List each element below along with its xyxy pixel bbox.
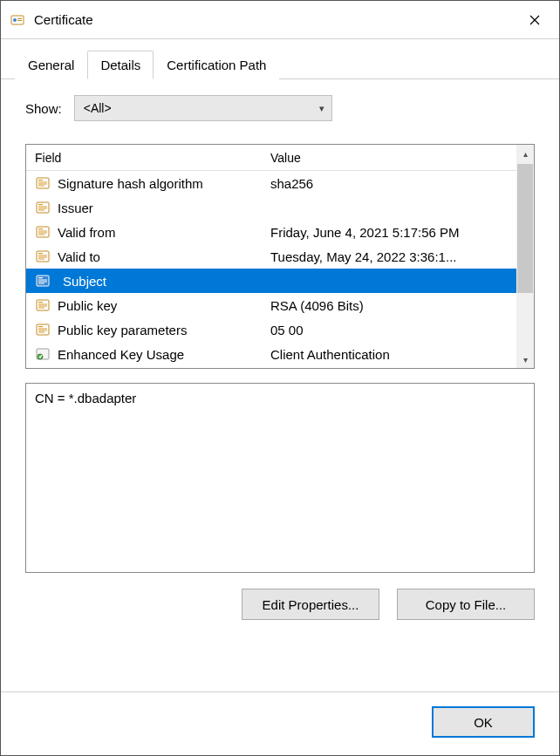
list-row[interactable]: Public keyRSA (4096 Bits) [26,293,534,317]
svg-rect-26 [38,280,47,281]
svg-rect-7 [38,184,47,185]
field-name: Public key [58,298,267,313]
header-field[interactable]: Field [26,151,267,165]
svg-rect-10 [38,204,43,205]
svg-rect-5 [38,180,43,180]
svg-rect-15 [38,228,43,229]
svg-rect-28 [38,283,44,284]
list-row[interactable]: Valid toTuesday, May 24, 2022 3:36:1... [26,244,534,269]
field-name: Enhanced Key Usage [58,347,267,362]
svg-rect-4 [37,178,49,188]
show-select[interactable]: <All> ▾ [74,95,332,121]
field-icon [33,344,52,364]
svg-rect-23 [38,259,44,260]
svg-rect-25 [38,277,43,278]
field-value: Tuesday, May 24, 2022 3:36:1... [267,249,534,264]
svg-rect-20 [38,253,43,254]
svg-rect-12 [38,208,47,209]
svg-rect-30 [38,302,43,303]
svg-rect-38 [38,332,44,333]
show-row: Show: <All> ▾ [25,95,535,121]
svg-rect-32 [38,306,47,307]
window-title: Certificate [34,12,510,27]
svg-rect-19 [37,251,49,262]
svg-rect-22 [38,257,47,258]
tab-certification-path[interactable]: Certification Path [154,51,279,79]
list-row[interactable]: Subject [26,269,534,293]
certificate-dialog: Certificate General Details Certificatio… [0,0,560,756]
tab-general[interactable]: General [15,51,87,79]
svg-rect-18 [38,235,44,235]
field-icon [33,222,52,242]
close-button[interactable] [510,1,559,39]
svg-rect-14 [37,227,49,237]
svg-rect-8 [38,186,44,187]
tabs: General Details Certification Path [1,39,559,79]
field-value: Client Authentication [267,347,534,362]
show-value: <All> [84,101,112,115]
scroll-thumb[interactable] [517,164,533,293]
button-row: Edit Properties... Copy to File... [25,589,535,620]
scrollbar[interactable]: ▴ ▾ [516,145,534,368]
field-value: RSA (4096 Bits) [267,298,534,313]
svg-rect-36 [38,329,47,330]
edit-properties-button[interactable]: Edit Properties... [242,589,379,620]
list-rows: Signature hash algorithmsha256IssuerVali… [26,171,534,368]
list-header: Field Value [26,145,534,171]
svg-rect-16 [38,231,47,232]
content-area: General Details Certification Path Show:… [1,39,559,755]
copy-to-file-button[interactable]: Copy to File... [397,589,535,620]
detail-text[interactable]: CN = *.dbadapter [25,383,535,573]
chevron-down-icon: ▾ [319,103,324,114]
field-name: Valid to [58,249,267,264]
field-icon [33,296,52,315]
field-icon [33,271,52,290]
field-icon [33,247,52,266]
scroll-up-icon[interactable]: ▴ [516,145,534,162]
svg-rect-24 [37,276,49,286]
field-name: Issuer [58,201,267,215]
field-icon [33,320,52,339]
svg-rect-31 [38,304,47,305]
field-value: 05 00 [267,323,534,337]
fields-list: Field Value Signature hash algorithmsha2… [25,144,535,369]
scroll-down-icon[interactable]: ▾ [516,351,534,368]
field-name: Valid from [58,225,267,240]
show-label: Show: [25,101,62,116]
field-icon [33,198,52,217]
list-row[interactable]: Public key parameters05 00 [26,317,534,342]
list-row[interactable]: Enhanced Key UsageClient Authentication [26,342,534,366]
svg-rect-17 [38,233,47,234]
list-row[interactable]: Issuer [26,195,534,220]
footer: OK [1,691,559,755]
svg-rect-6 [38,182,47,183]
svg-rect-3 [17,20,22,21]
svg-rect-11 [38,207,47,208]
tab-details[interactable]: Details [87,51,154,79]
field-value: sha256 [267,176,534,191]
svg-rect-13 [38,210,44,211]
titlebar: Certificate [1,1,559,39]
list-row[interactable]: Valid fromFriday, June 4, 2021 5:17:56 P… [26,220,534,244]
certificate-icon [10,12,25,28]
svg-rect-2 [17,18,22,19]
svg-rect-34 [37,324,49,335]
svg-rect-29 [37,300,49,310]
svg-rect-35 [38,326,43,327]
field-name: Signature hash algorithm [58,176,267,191]
field-icon [33,174,52,193]
svg-point-1 [13,18,17,22]
field-name: Public key parameters [58,323,267,337]
list-row[interactable]: Signature hash algorithmsha256 [26,171,534,195]
header-value[interactable]: Value [267,151,534,165]
field-name: Subject [58,274,267,289]
svg-rect-33 [38,308,44,309]
ok-button[interactable]: OK [432,706,535,738]
svg-rect-9 [37,202,49,213]
details-tab-body: Show: <All> ▾ Field Value Signature hash… [1,79,559,691]
svg-rect-27 [38,282,47,283]
svg-rect-21 [38,255,47,256]
svg-rect-37 [38,330,47,331]
field-value: Friday, June 4, 2021 5:17:56 PM [267,225,534,240]
